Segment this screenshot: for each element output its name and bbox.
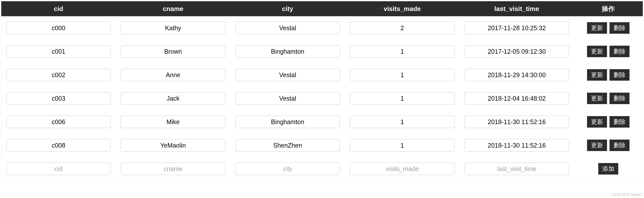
cell-input-city[interactable] [236, 45, 340, 58]
add-input-cname[interactable] [121, 163, 225, 175]
cell-input-cid[interactable] [6, 92, 111, 105]
add-row: 添加 [1, 157, 643, 181]
table-row: 更新删除 [1, 134, 643, 157]
add-input-visits-made[interactable] [350, 163, 454, 175]
delete-button[interactable]: 删除 [610, 140, 630, 151]
cell-input-last_visit_time[interactable] [464, 45, 569, 58]
cell-input-visits_made[interactable] [350, 139, 454, 152]
cell-input-cid[interactable] [6, 45, 111, 58]
col-header-visits-made: visits_made [345, 5, 459, 13]
delete-button[interactable]: 删除 [610, 69, 630, 81]
delete-button[interactable]: 删除 [610, 93, 630, 104]
cell-input-cid[interactable] [6, 69, 111, 81]
cell-input-visits_made[interactable] [350, 69, 454, 81]
table-row: 更新删除 [1, 16, 643, 40]
cell-input-last_visit_time[interactable] [464, 92, 569, 105]
cell-input-cname[interactable] [121, 116, 225, 128]
update-button[interactable]: 更新 [587, 69, 607, 81]
cell-input-visits_made[interactable] [350, 22, 454, 34]
col-header-cid: cid [1, 5, 116, 13]
col-header-actions: 操作 [574, 4, 643, 13]
update-button[interactable]: 更新 [587, 140, 607, 151]
delete-button[interactable]: 删除 [610, 46, 630, 57]
add-input-last-visit-time[interactable] [464, 163, 569, 175]
cell-input-cid[interactable] [6, 139, 111, 152]
cell-input-cname[interactable] [121, 139, 225, 152]
cell-input-cname[interactable] [121, 45, 225, 58]
cell-input-cname[interactable] [121, 92, 225, 105]
cell-input-visits_made[interactable] [350, 92, 454, 105]
cell-input-last_visit_time[interactable] [464, 116, 569, 128]
update-button[interactable]: 更新 [587, 116, 607, 128]
add-button[interactable]: 添加 [598, 163, 618, 175]
cell-input-last_visit_time[interactable] [464, 22, 569, 34]
delete-button[interactable]: 删除 [610, 116, 630, 128]
delete-button[interactable]: 删除 [610, 22, 630, 34]
cell-input-last_visit_time[interactable] [464, 139, 569, 152]
add-input-cid[interactable] [6, 163, 111, 175]
cell-input-city[interactable] [236, 116, 340, 128]
col-header-cname: cname [116, 5, 230, 13]
update-button[interactable]: 更新 [587, 22, 607, 34]
col-header-last-visit-time: last_visit_time [460, 5, 574, 13]
table-row: 更新删除 [1, 110, 643, 134]
cell-input-city[interactable] [236, 69, 340, 81]
update-button[interactable]: 更新 [587, 46, 607, 57]
cell-input-cid[interactable] [6, 22, 111, 34]
cell-input-cname[interactable] [121, 69, 225, 81]
cell-input-last_visit_time[interactable] [464, 69, 569, 81]
table-header-row: cid cname city visits_made last_visit_ti… [1, 1, 643, 16]
col-header-city: city [230, 5, 345, 13]
table-row: 更新删除 [1, 63, 643, 87]
cell-input-visits_made[interactable] [350, 45, 454, 58]
update-button[interactable]: 更新 [587, 93, 607, 104]
add-input-city[interactable] [236, 163, 340, 175]
cell-input-cid[interactable] [6, 116, 111, 128]
table-row: 更新删除 [1, 87, 643, 110]
cell-input-city[interactable] [236, 92, 340, 105]
data-table: cid cname city visits_made last_visit_ti… [1, 1, 643, 181]
cell-input-city[interactable] [236, 139, 340, 152]
cell-input-cname[interactable] [121, 22, 225, 34]
cell-input-visits_made[interactable] [350, 116, 454, 128]
cell-input-city[interactable] [236, 22, 340, 34]
table-row: 更新删除 [1, 40, 643, 63]
